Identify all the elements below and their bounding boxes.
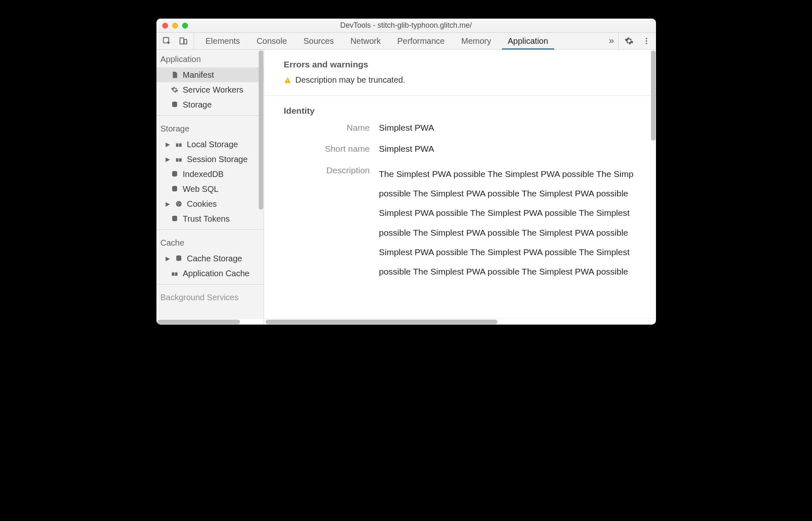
disclosure-triangle-icon: ▶ — [166, 201, 171, 207]
tab-application[interactable]: Application — [500, 33, 557, 49]
svg-point-4 — [646, 40, 647, 41]
tab-label: Sources — [303, 36, 334, 46]
field-label: Description — [284, 164, 379, 282]
disclosure-triangle-icon: ▶ — [166, 141, 171, 148]
sidebar-item-trust-tokens[interactable]: Trust Tokens — [156, 211, 264, 226]
sidebar-item-local-storage[interactable]: ▶ Local Storage — [156, 137, 264, 152]
sidebar-item-indexeddb[interactable]: IndexedDB — [156, 167, 264, 182]
svg-point-5 — [646, 43, 647, 44]
divider — [156, 284, 264, 284]
sidebar-item-session-storage[interactable]: ▶ Session Storage — [156, 152, 264, 167]
sidebar-vertical-scrollbar[interactable] — [258, 50, 264, 318]
sidebar-item-websql[interactable]: Web SQL — [156, 182, 264, 196]
inspect-element-icon[interactable] — [161, 36, 172, 46]
sidebar-item-service-workers[interactable]: Service Workers — [156, 82, 264, 97]
svg-rect-25 — [287, 81, 288, 82]
sidebar-item-label: IndexedDB — [183, 170, 224, 179]
sidebar-item-cache-storage[interactable]: ▶ Cache Storage — [156, 251, 264, 266]
tabs-overflow-button[interactable]: » — [605, 33, 618, 49]
svg-rect-24 — [287, 79, 288, 81]
tab-performance[interactable]: Performance — [389, 33, 453, 49]
sidebar-item-label: Session Storage — [187, 155, 248, 164]
tab-label: Elements — [206, 36, 240, 46]
sidebar-item-label: Trust Tokens — [183, 214, 230, 224]
sidebar-section-storage: Storage — [156, 119, 264, 137]
sidebar-item-application-cache[interactable]: Application Cache — [156, 266, 264, 281]
sidebar-item-cookies[interactable]: ▶ Cookies — [156, 196, 264, 211]
divider — [156, 229, 264, 230]
file-icon — [171, 71, 179, 79]
warning-icon — [284, 76, 291, 84]
database-icon — [175, 254, 183, 263]
tab-label: Memory — [461, 36, 491, 46]
disclosure-triangle-icon: ▶ — [166, 156, 171, 163]
disclosure-triangle-icon: ▶ — [166, 255, 171, 262]
field-value: The Simplest PWA possible The Simplest P… — [379, 164, 636, 282]
warning-text: Description may be truncated. — [295, 75, 406, 85]
field-name: Name Simplest PWA — [284, 122, 636, 134]
chevron-right-double-icon: » — [609, 36, 614, 46]
sidebar-item-label: Cookies — [187, 199, 217, 209]
identity-heading: Identity — [284, 106, 636, 116]
zoom-window-button[interactable] — [182, 23, 188, 29]
warning-row: Description may be truncated. — [284, 75, 636, 85]
tab-console[interactable]: Console — [248, 33, 295, 49]
gear-icon — [171, 86, 179, 94]
field-short-name: Short name Simplest PWA — [284, 143, 636, 155]
svg-point-3 — [646, 38, 647, 39]
sidebar-item-manifest[interactable]: Manifest — [156, 67, 264, 82]
sidebar-item-storage-app[interactable]: Storage — [156, 97, 264, 112]
more-options-button[interactable] — [639, 36, 653, 46]
scrollbar-thumb[interactable] — [651, 50, 656, 141]
sidebar-horizontal-scrollbar[interactable] — [156, 319, 264, 325]
svg-point-17 — [179, 203, 180, 204]
sidebar-item-label: Cache Storage — [187, 254, 242, 263]
divider — [156, 115, 264, 116]
body: Application Manifest Service Workers Sto… — [156, 50, 656, 318]
svg-point-15 — [176, 201, 182, 207]
main-vertical-scrollbar[interactable] — [651, 50, 656, 318]
close-window-button[interactable] — [162, 23, 168, 29]
table-icon — [175, 155, 183, 163]
database-icon — [171, 100, 179, 109]
sidebar-section-application: Application — [156, 50, 264, 67]
bottom-scroll-area — [156, 318, 656, 325]
field-label: Name — [284, 122, 379, 134]
table-icon — [171, 269, 179, 277]
field-value: Simplest PWA — [379, 122, 636, 134]
main-pane: Errors and warnings Description may be t… — [264, 50, 656, 318]
tab-list: Elements Console Sources Network Perform… — [197, 33, 605, 49]
cookie-icon — [175, 200, 183, 208]
toggle-device-toolbar-icon[interactable] — [178, 36, 189, 46]
svg-rect-1 — [180, 38, 183, 44]
main-horizontal-scrollbar[interactable] — [264, 319, 656, 325]
sidebar-item-label: Storage — [183, 100, 212, 110]
scrollbar-thumb[interactable] — [266, 320, 497, 324]
scrollbar-thumb[interactable] — [259, 50, 263, 210]
kebab-icon — [642, 37, 651, 45]
table-icon — [175, 140, 183, 148]
tab-label: Application — [508, 36, 548, 46]
sidebar-section-cache: Cache — [156, 233, 264, 251]
svg-rect-2 — [184, 39, 186, 44]
sidebar-section-background-services: Background Services — [156, 288, 264, 306]
tab-memory[interactable]: Memory — [453, 33, 500, 49]
titlebar: DevTools - stitch-glib-typhoon.glitch.me… — [156, 19, 656, 33]
sidebar-item-label: Service Workers — [183, 85, 243, 95]
scrollbar-thumb[interactable] — [157, 320, 240, 324]
tab-network[interactable]: Network — [342, 33, 389, 49]
tab-elements[interactable]: Elements — [197, 33, 248, 49]
errors-heading: Errors and warnings — [284, 60, 636, 69]
gear-icon — [625, 36, 634, 45]
window-title: DevTools - stitch-glib-typhoon.glitch.me… — [156, 21, 656, 30]
settings-button[interactable] — [622, 36, 636, 46]
field-label: Short name — [284, 143, 379, 155]
tab-label: Network — [351, 36, 381, 46]
sidebar-item-label: Local Storage — [187, 140, 238, 149]
tab-sources[interactable]: Sources — [295, 33, 342, 49]
minimize-window-button[interactable] — [172, 23, 178, 29]
database-icon — [171, 215, 179, 223]
sidebar-item-label: Web SQL — [183, 184, 219, 194]
devtools-window: DevTools - stitch-glib-typhoon.glitch.me… — [156, 19, 656, 325]
field-value: Simplest PWA — [379, 143, 636, 155]
